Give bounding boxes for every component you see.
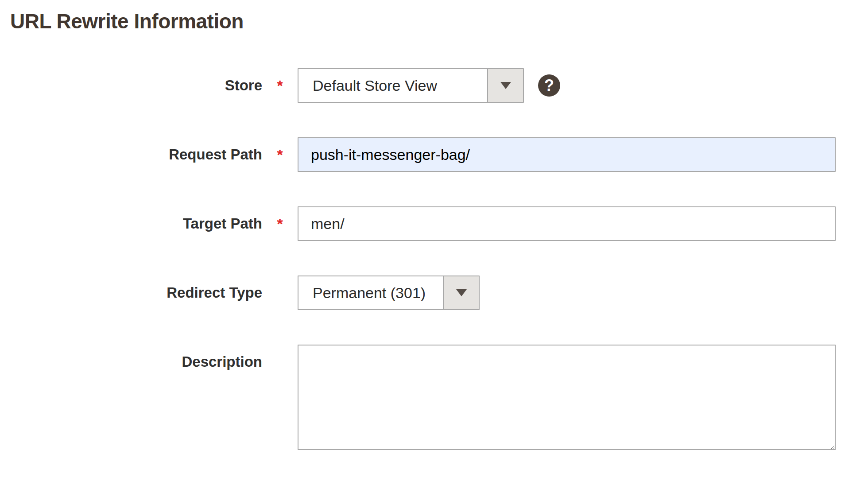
target-path-field-label: Target Path [183, 215, 262, 232]
url-rewrite-form-page: URL Rewrite Information Store * Default … [0, 0, 868, 489]
chevron-down-icon [500, 82, 511, 89]
redirect-type-label-col: Redirect Type [0, 284, 298, 301]
description-field-label: Description [182, 353, 262, 370]
url-rewrite-form: Store * Default Store View ? Request Pat… [0, 68, 868, 450]
request-path-label-col: Request Path * [0, 146, 298, 163]
target-path-input[interactable] [298, 206, 836, 241]
description-textarea[interactable] [298, 345, 836, 450]
redirect-type-field-label: Redirect Type [167, 284, 262, 301]
description-label-col: Description [0, 345, 298, 370]
required-asterisk: * [262, 215, 298, 233]
request-path-field-label: Request Path [169, 146, 262, 163]
redirect-type-select-value: Permanent (301) [298, 276, 443, 309]
chevron-down-icon [456, 289, 467, 296]
redirect-type-select[interactable]: Permanent (301) [298, 276, 480, 310]
field-row-description: Description [0, 345, 868, 450]
request-path-input[interactable] [298, 137, 836, 172]
store-field-label: Store [225, 77, 262, 94]
required-asterisk: * [262, 77, 298, 94]
dropdown-arrow-button[interactable] [443, 276, 479, 309]
store-select[interactable]: Default Store View [298, 68, 524, 103]
store-label-col: Store * [0, 77, 298, 94]
store-select-value: Default Store View [298, 69, 487, 102]
dropdown-arrow-button[interactable] [487, 69, 523, 102]
field-row-request-path: Request Path * [0, 137, 868, 172]
field-row-target-path: Target Path * [0, 206, 868, 241]
required-asterisk: * [262, 146, 298, 163]
page-title: URL Rewrite Information [0, 0, 868, 33]
field-row-redirect-type: Redirect Type Permanent (301) [0, 276, 868, 310]
help-icon[interactable]: ? [538, 74, 560, 97]
field-row-store: Store * Default Store View ? [0, 68, 868, 103]
target-path-label-col: Target Path * [0, 215, 298, 233]
